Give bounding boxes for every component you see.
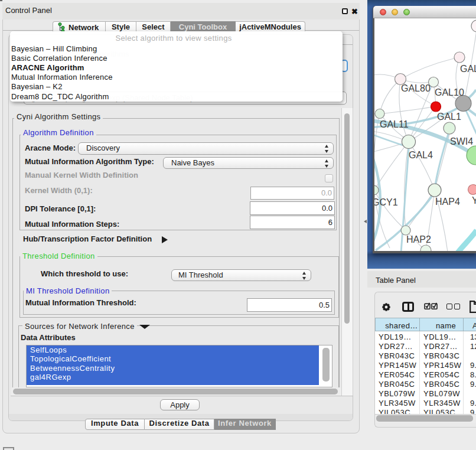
svg-text:GAL1: GAL1 (437, 112, 461, 122)
svg-text:GAL2: GAL2 (460, 64, 476, 74)
svg-text:GAL11: GAL11 (380, 119, 409, 129)
svg-text:HAP4: HAP4 (435, 197, 460, 207)
svg-text:GAL80: GAL80 (401, 83, 431, 93)
svg-text:GAL10: GAL10 (435, 87, 464, 97)
svg-text:GAL4: GAL4 (409, 150, 433, 160)
svg-text:GCY1: GCY1 (374, 197, 398, 207)
svg-text:Y: Y (472, 195, 476, 206)
svg-text:HAP2: HAP2 (406, 234, 431, 244)
svg-text:SWI4: SWI4 (450, 136, 473, 146)
